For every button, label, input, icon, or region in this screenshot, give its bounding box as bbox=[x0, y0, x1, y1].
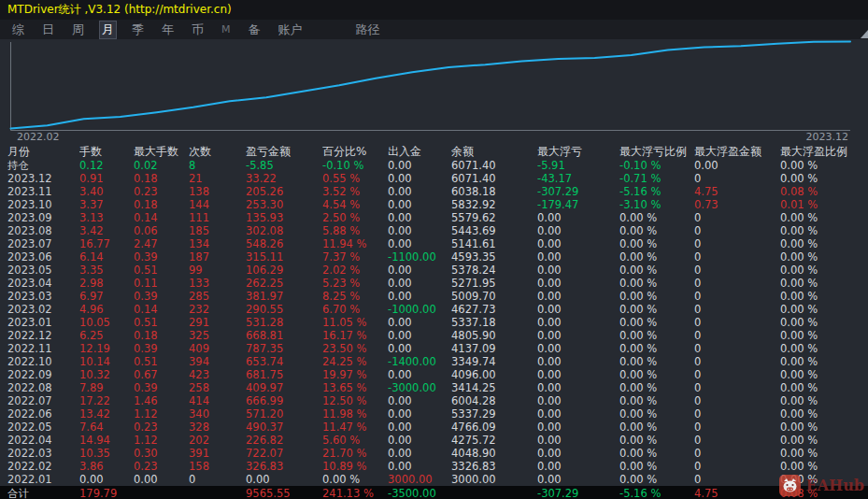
row-cell: 0.00 % bbox=[780, 237, 861, 250]
row-cell: 0.00 bbox=[537, 329, 619, 342]
table-row[interactable]: 2023.093.130.14111135.932.50 %0.005579.6… bbox=[7, 211, 868, 224]
row-cell: 5.88 % bbox=[322, 224, 388, 237]
row-cell: 4805.90 bbox=[451, 329, 537, 342]
column-header[interactable]: 最大浮盈金额 bbox=[694, 145, 780, 159]
row-cell: 409.97 bbox=[246, 381, 322, 394]
table-row[interactable]: 2023.083.420.06185302.085.88 %0.005443.6… bbox=[7, 224, 868, 237]
row-cell bbox=[134, 486, 189, 499]
equity-line bbox=[11, 42, 851, 129]
row-cell: 202 bbox=[189, 434, 246, 447]
table-row[interactable]: 2022.1010.140.51394653.7424.25 %-1400.00… bbox=[7, 355, 868, 368]
table-row[interactable]: 2022.0310.350.30391722.0721.70 %0.004048… bbox=[7, 447, 868, 460]
table-row[interactable]: 2022.0613.421.12340571.2011.98 %0.005337… bbox=[7, 407, 868, 421]
row-cell: 0.51 bbox=[134, 316, 189, 329]
menu-item-account[interactable]: 账户 bbox=[276, 21, 306, 39]
table-row[interactable]: 2022.0910.320.67423681.7519.97 %0.004096… bbox=[7, 368, 868, 381]
row-cell: 3000.00 bbox=[388, 473, 451, 486]
row-cell: 258 bbox=[189, 381, 246, 394]
column-header[interactable]: 次数 bbox=[189, 145, 246, 159]
menu-item-week[interactable]: 周 bbox=[69, 21, 87, 39]
row-cell: 0.00 bbox=[388, 329, 451, 342]
row-cell: 1.12 bbox=[134, 434, 189, 447]
table-row[interactable]: 2023.120.910.182133.220.55 %0.006071.40-… bbox=[7, 172, 868, 185]
column-header[interactable]: 百分比% bbox=[322, 145, 388, 159]
row-cell: 6004.28 bbox=[451, 394, 537, 407]
menu-item-currency[interactable]: 币 bbox=[189, 21, 206, 39]
menu-item-month[interactable]: 月 bbox=[99, 21, 117, 39]
row-cell: 138 bbox=[189, 185, 246, 198]
menu-item-backup[interactable]: 备 bbox=[246, 21, 263, 39]
row-cell: 0.00 % bbox=[619, 355, 694, 368]
chart-edge-marker-icon bbox=[861, 30, 868, 38]
row-cell: 7.64 bbox=[79, 421, 134, 434]
table-row[interactable]: 2023.066.140.39187315.117.37 %-1100.0045… bbox=[7, 250, 868, 264]
row-cell: 144 bbox=[189, 198, 246, 211]
table-row[interactable]: 2023.024.960.14232290.556.70 %-1000.0046… bbox=[7, 303, 868, 316]
row-cell: 0 bbox=[694, 329, 780, 342]
row-cell: 0.00 % bbox=[780, 264, 861, 277]
row-month-label: 2022.03 bbox=[7, 447, 79, 460]
menu-item-m[interactable]: M bbox=[219, 22, 234, 36]
row-cell: 8.25 % bbox=[322, 290, 388, 303]
table-row[interactable]: 持仓0.120.028-5.85-0.10 %0.006071.40-5.91-… bbox=[7, 159, 868, 172]
table-row[interactable]: 2022.126.250.18325668.8116.17 %0.004805.… bbox=[7, 329, 868, 342]
column-header[interactable]: 手数 bbox=[79, 145, 134, 159]
row-cell: 0.91 bbox=[79, 172, 134, 185]
row-cell: 0.00 % bbox=[780, 434, 861, 447]
row-cell: 6.70 % bbox=[322, 303, 388, 316]
column-header[interactable]: 最大浮亏 bbox=[537, 145, 619, 159]
table-row[interactable]: 2022.087.890.39258409.9713.65 %-3000.003… bbox=[7, 381, 868, 394]
total-row[interactable]: 合计179.799565.55241.13 %-3500.00-307.29-5… bbox=[0, 486, 868, 499]
row-cell: 0.00 bbox=[388, 159, 451, 172]
table-row[interactable]: 2022.0414.941.12202226.825.60 %0.004275.… bbox=[7, 434, 868, 447]
row-cell: 285 bbox=[189, 290, 246, 303]
table-row[interactable]: 2023.0110.050.51291531.2811.05 %0.005337… bbox=[7, 316, 868, 329]
table-row[interactable]: 2022.010.000.0000.000.00 %3000.003000.00… bbox=[7, 473, 868, 486]
table-row[interactable]: 2023.113.400.23138205.263.52 %0.006038.1… bbox=[7, 185, 868, 198]
column-header[interactable]: 出入金 bbox=[388, 145, 451, 159]
column-header[interactable]: 月份 bbox=[7, 145, 79, 159]
row-cell: 0 bbox=[694, 434, 780, 447]
table-row[interactable]: 2023.042.980.11133262.255.23 %0.005271.9… bbox=[7, 277, 868, 290]
eahub-logo-text: EAHub bbox=[805, 477, 864, 494]
row-cell: 0.00 % bbox=[619, 460, 694, 473]
row-cell: 0.00 % bbox=[619, 316, 694, 329]
table-row[interactable]: 2022.023.860.23158326.8310.89 %0.003326.… bbox=[7, 460, 868, 473]
row-cell: 666.99 bbox=[246, 394, 322, 407]
table-row[interactable]: 2023.0716.772.47134548.2611.94 %0.005141… bbox=[7, 237, 868, 250]
row-cell: 0.00 bbox=[388, 407, 451, 421]
column-header[interactable]: 最大手数 bbox=[134, 145, 189, 159]
row-cell: 0.00 bbox=[537, 277, 619, 290]
chart-end-label: 2023.12 bbox=[806, 131, 849, 143]
menu-item-year[interactable]: 年 bbox=[159, 21, 177, 39]
row-month-label: 2023.07 bbox=[7, 237, 79, 250]
row-cell: 0.30 bbox=[134, 447, 189, 460]
column-header[interactable]: 余额 bbox=[451, 145, 537, 159]
row-cell: 0.00 % bbox=[780, 211, 861, 224]
row-month-label: 合计 bbox=[7, 486, 79, 499]
row-cell: 0.00 % bbox=[619, 237, 694, 250]
column-header[interactable]: 最大浮亏比例 bbox=[619, 145, 694, 159]
column-header[interactable]: 最大浮盈比例 bbox=[780, 145, 861, 159]
eahub-pig-icon bbox=[779, 475, 801, 496]
row-cell: 0.06 bbox=[134, 224, 189, 237]
row-cell: -3000.00 bbox=[388, 381, 451, 394]
table-row[interactable]: 2023.036.970.39285381.978.25 %0.005009.7… bbox=[7, 290, 868, 303]
row-cell: 5.23 % bbox=[322, 277, 388, 290]
table-row[interactable]: 2023.053.350.5199106.292.02 %0.005378.24… bbox=[7, 264, 868, 277]
table-row[interactable]: 2022.057.640.23328490.3711.47 %0.004766.… bbox=[7, 421, 868, 434]
row-cell: 0.00 bbox=[388, 342, 451, 355]
table-row[interactable]: 2022.1112.190.39409787.3523.50 %0.004137… bbox=[7, 342, 868, 355]
row-cell: 3.86 bbox=[79, 460, 134, 473]
menu-item-day[interactable]: 日 bbox=[39, 21, 57, 39]
row-cell: 653.74 bbox=[246, 355, 322, 368]
row-cell: 0.18 bbox=[134, 198, 189, 211]
column-header[interactable]: 盈亏金额 bbox=[246, 145, 322, 159]
table-row[interactable]: 2023.103.370.18144253.304.54 %0.005832.9… bbox=[7, 198, 868, 211]
menu-item-quarter[interactable]: 季 bbox=[129, 21, 147, 39]
row-cell: 9565.55 bbox=[246, 486, 322, 499]
menu-item-path[interactable]: 路径 bbox=[353, 21, 383, 39]
menu-item-zong[interactable]: 综 bbox=[9, 21, 27, 39]
table-row[interactable]: 2022.0717.221.46414666.9912.50 %0.006004… bbox=[7, 394, 868, 407]
row-cell: 0.00 % bbox=[780, 290, 861, 303]
